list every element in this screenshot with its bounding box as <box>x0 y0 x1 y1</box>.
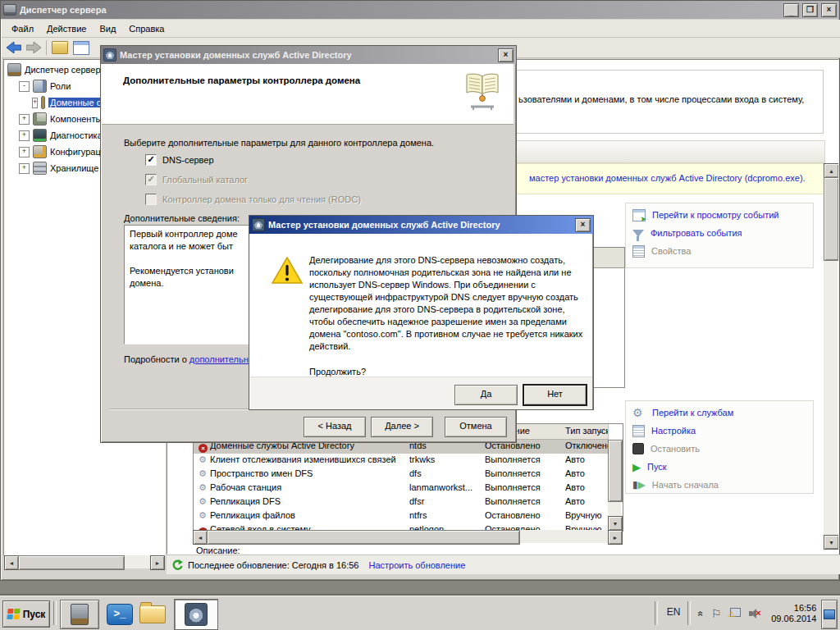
sort-asc-icon: ▲ <box>597 428 603 434</box>
table-row[interactable]: ⚙Репликация DFS dfsr Выполняется Авто <box>194 495 608 509</box>
dns-delegation-dialog: Мастер установки доменных служб Active D… <box>249 215 594 410</box>
scroll-right-icon[interactable]: ► <box>150 555 165 570</box>
language-indicator[interactable]: EN <box>663 606 684 618</box>
alert-close-icon[interactable]: × <box>575 218 591 232</box>
volume-muted-icon[interactable]: × <box>749 608 762 619</box>
checkbox-checked-disabled-icon: ✓ <box>145 174 157 185</box>
table-row[interactable]: ⚙Репликация файлов ntfrs Остановлено Вру… <box>194 509 608 523</box>
table-hscrollbar[interactable]: ◄ ► <box>193 530 622 543</box>
start-button[interactable]: Пуск <box>2 600 50 628</box>
scroll-down-icon[interactable]: ▼ <box>824 535 839 550</box>
back-button[interactable]: < Назад <box>304 417 366 437</box>
table-vscrollbar[interactable]: ▼ <box>608 440 621 531</box>
tray-separator <box>655 601 658 625</box>
checkbox-rodc[interactable]: Контроллер домена только для чтения (ROD… <box>145 194 361 205</box>
scroll-down-icon[interactable]: ▼ <box>608 516 623 531</box>
show-desktop-button[interactable] <box>821 600 838 629</box>
tree-root[interactable]: Диспетчер сервера <box>7 63 106 76</box>
mini-desktop-icon <box>824 609 835 619</box>
dcpromo-task-icon <box>185 603 208 626</box>
menu-help[interactable]: Справка <box>122 21 171 36</box>
refresh-icon <box>171 559 183 571</box>
action-properties[interactable]: Свойства <box>632 243 691 259</box>
details-prefix: Подробности о <box>124 354 189 364</box>
wizard-close-icon[interactable]: × <box>498 48 514 62</box>
folder-icon[interactable] <box>139 605 166 623</box>
minimize-button[interactable]: _ <box>783 3 799 17</box>
last-refresh-text: Последнее обновление: Сегодня в 16:56 <box>188 560 358 570</box>
table-row[interactable]: ⚙Рабочая станция lanmanworkst... Выполня… <box>194 482 608 495</box>
action-restart-service[interactable]: ▮▶ Начать сначала <box>632 477 719 493</box>
checkbox-global-catalog[interactable]: ✓ Глобальный каталог <box>145 174 248 185</box>
scroll-thumb[interactable] <box>207 530 520 545</box>
expand-icon[interactable]: + <box>19 147 30 158</box>
close-button[interactable]: × <box>821 3 837 17</box>
collapse-icon[interactable]: - <box>19 81 30 92</box>
show-hidden-icons-chevron[interactable]: « <box>695 611 706 617</box>
back-icon[interactable] <box>7 42 21 53</box>
checkbox-checked-icon[interactable]: ✓ <box>145 154 157 166</box>
tree-item-roles[interactable]: - Роли <box>19 80 71 93</box>
table-row[interactable]: ⚙Пространство имен DFS dfs Выполняется А… <box>194 468 608 482</box>
configure-icon <box>632 425 645 437</box>
scroll-thumb[interactable] <box>608 440 623 502</box>
maximize-button[interactable]: ❐ <box>802 3 818 17</box>
content-vscrollbar[interactable]: ▲ ▼ <box>824 163 838 549</box>
export-icon[interactable] <box>52 41 68 54</box>
additional-info-label: Дополнительные сведения: <box>124 213 240 223</box>
window-title: Диспетчер сервера <box>20 5 780 15</box>
event-viewer-icon: ➤ <box>632 209 646 221</box>
scroll-thumb[interactable] <box>18 555 125 570</box>
cancel-button[interactable]: Отмена <box>445 417 507 437</box>
expand-icon[interactable]: + <box>19 163 30 174</box>
action-go-to-event-viewer[interactable]: ➤ Перейти к просмотру событий <box>632 207 779 223</box>
action-stop-service[interactable]: Остановить <box>632 441 700 457</box>
scroll-thumb[interactable] <box>824 177 839 261</box>
wizard-instruction: Выберите дополнительные параметры для да… <box>124 138 434 148</box>
menu-view[interactable]: Вид <box>93 21 122 36</box>
action-filter-events[interactable]: Фильтровать события <box>632 225 742 241</box>
expand-icon[interactable]: + <box>19 130 30 141</box>
events-actions-box: ➤ Перейти к просмотру событий Фильтроват… <box>625 203 814 268</box>
expand-icon[interactable]: + <box>19 114 30 125</box>
scroll-left-icon[interactable]: ◄ <box>4 555 19 570</box>
tree-hscrollbar[interactable]: ◄ ► <box>4 555 163 568</box>
tree-item-diagnostics[interactable]: + Диагностика <box>19 129 103 142</box>
scroll-right-icon[interactable]: ► <box>608 530 623 545</box>
action-go-to-services[interactable]: ⚙ Перейти к службам <box>632 404 733 421</box>
configuration-icon <box>33 145 47 158</box>
taskbar: Пуск >_ EN « ⚐ ⚠ × 16:56 09.06.2014 <box>0 596 840 630</box>
table-row[interactable]: ⚙Клиент отслеживания изменившихся связей… <box>194 454 608 468</box>
expand-icon[interactable]: + <box>32 98 38 108</box>
menu-action[interactable]: Действие <box>40 21 93 36</box>
checkbox-dns-server[interactable]: ✓ DNS-сервер <box>145 154 214 166</box>
no-button[interactable]: Нет <box>523 385 587 405</box>
alert-titlebar: Мастер установки доменных служб Active D… <box>249 216 593 234</box>
server-manager-titlebar: Диспетчер сервера _ ❐ × <box>1 1 839 19</box>
tray-clock[interactable]: 16:56 09.06.2014 <box>771 603 816 624</box>
forward-icon[interactable] <box>26 42 41 53</box>
next-button[interactable]: Далее > <box>371 417 433 437</box>
dcpromo-banner-link[interactable]: мастер установки доменных служб Active D… <box>529 173 806 183</box>
configure-refresh-link[interactable]: Настроить обновление <box>368 560 465 570</box>
menu-file[interactable]: Файл <box>5 21 40 36</box>
start-icon: ▶ <box>632 461 641 473</box>
tree-item-features[interactable]: + Компоненты <box>19 112 102 126</box>
flag-icon[interactable]: ⚐ <box>711 607 722 620</box>
wizard-titlebar: Мастер установки доменных служб Active D… <box>101 46 516 64</box>
action-configure-service[interactable]: Настройка <box>632 422 696 439</box>
yes-button[interactable]: Да <box>454 385 518 405</box>
network-warning-icon[interactable]: ⚠ <box>728 608 742 619</box>
action-start-service[interactable]: ▶ Пуск <box>632 459 667 475</box>
console-window-icon[interactable] <box>73 41 89 55</box>
tree-item-storage[interactable]: + Хранилище <box>19 162 98 175</box>
clock-time: 16:56 <box>771 603 816 614</box>
tree-item-configuration[interactable]: + Конфигурация <box>19 145 111 158</box>
checkbox-unchecked-disabled-icon <box>145 194 157 205</box>
scroll-left-icon[interactable]: ◄ <box>193 530 208 545</box>
task-button-server-manager[interactable] <box>60 600 99 629</box>
powershell-icon[interactable]: >_ <box>107 604 133 625</box>
scroll-up-icon[interactable]: ▲ <box>824 163 839 178</box>
alert-question: Продолжить? <box>309 367 366 377</box>
task-button-dcpromo[interactable] <box>174 599 218 630</box>
